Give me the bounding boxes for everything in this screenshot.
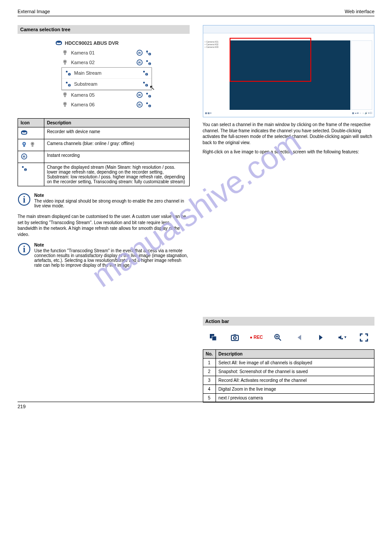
- page-footer: 219: [18, 402, 374, 409]
- svg-rect-62: [212, 336, 216, 341]
- cell-desc: Instant recording: [44, 151, 190, 163]
- note-title: Note: [34, 243, 190, 247]
- page-header: External Image Web interface: [18, 9, 374, 16]
- tree-item-label: Kamera 01: [71, 50, 133, 55]
- select-all-icon[interactable]: [209, 333, 218, 342]
- info-icon: i: [18, 243, 31, 256]
- tree-item[interactable]: Kamera 06 R 2: [61, 100, 152, 109]
- svg-text:i: i: [23, 244, 25, 254]
- tree-item[interactable]: Kamera 02 R 2: [61, 58, 152, 67]
- stream-switch-icon[interactable]: 2: [142, 80, 149, 87]
- rec-icon[interactable]: R: [136, 101, 143, 108]
- stream-switch-icon[interactable]: 2: [145, 49, 152, 56]
- svg-text:2: 2: [149, 95, 150, 98]
- th-desc: Description: [44, 119, 190, 127]
- cursor-icon: ↖: [149, 83, 155, 92]
- stream-option-sub[interactable]: 2 Substream 2 ↖: [62, 79, 151, 90]
- svg-text:2: 2: [146, 73, 147, 76]
- table-row: 3Record All: Activates recording of the …: [203, 376, 374, 385]
- svg-point-45: [22, 131, 27, 133]
- svg-text:R: R: [138, 51, 141, 55]
- hdr-left: External Image: [18, 9, 50, 14]
- paragraph: You can select a channel in the main win…: [203, 122, 375, 145]
- rec-icon[interactable]: R: [136, 91, 143, 98]
- cell-desc: Recorder with device name: [44, 127, 190, 139]
- camera-icon-off: [29, 141, 36, 148]
- stream-switch-icon[interactable]: 2: [145, 91, 152, 98]
- info-icon: i: [18, 193, 31, 206]
- svg-point-2: [64, 51, 65, 53]
- tree-root[interactable]: HDCC90021 ABUS DVR: [55, 38, 152, 48]
- rec-icon[interactable]: R: [136, 49, 143, 56]
- svg-point-30: [64, 94, 65, 95]
- svg-point-42: [146, 102, 148, 104]
- table-row: 2Snapshot: Screenshot of the channel is …: [203, 367, 374, 376]
- action-desc-table: No. Description 1Select All: live image …: [203, 349, 375, 403]
- camera-icon: [21, 141, 28, 148]
- cell-desc: Snapshot: Screenshot of the channel is s…: [216, 367, 374, 376]
- stream-switch-icon[interactable]: 2: [145, 101, 152, 108]
- cell-no: 1: [203, 358, 216, 367]
- svg-text:2: 2: [146, 84, 147, 87]
- thumb-ptz: [351, 40, 372, 110]
- stream-switch-icon[interactable]: 2: [145, 59, 152, 66]
- recorder-icon: [21, 129, 28, 136]
- icon-desc-table: Icon Description Recorder with device na…: [18, 118, 190, 186]
- cell-desc: Select All: live image of all channels i…: [216, 358, 374, 367]
- tree-item-label: Kamera 06: [71, 102, 133, 107]
- tree-item[interactable]: Kamera 05 R 2: [61, 90, 152, 100]
- cell-no: 5: [203, 393, 216, 402]
- cell-desc: Change the displayed stream (Main Steam:…: [44, 163, 190, 186]
- camera-icon: [61, 59, 68, 66]
- audio-icon[interactable]: ▼: [338, 333, 347, 342]
- table-row: 1Select All: live image of all channels …: [203, 358, 374, 367]
- svg-point-50: [32, 143, 33, 145]
- note-block: i NoteUse the function "Transcoding Stre…: [18, 243, 190, 268]
- note-body: Use the function "Transcoding Stream" in…: [34, 248, 188, 268]
- rec-icon[interactable]: R: [136, 59, 143, 66]
- stream-option-label: Main Stream: [74, 70, 139, 76]
- stream-option-label: Substream: [74, 81, 139, 87]
- svg-text:1: 1: [68, 73, 70, 76]
- svg-point-6: [146, 51, 148, 52]
- svg-point-23: [66, 82, 68, 83]
- svg-rect-11: [64, 63, 66, 65]
- svg-point-70: [341, 338, 343, 340]
- svg-rect-65: [234, 334, 236, 336]
- tree-item-label: Kamera 05: [71, 92, 133, 98]
- svg-rect-3: [64, 54, 66, 55]
- fullscreen-icon[interactable]: [359, 333, 369, 342]
- svg-text:R: R: [23, 155, 25, 159]
- svg-text:R: R: [138, 103, 141, 107]
- prev-icon[interactable]: [295, 333, 304, 342]
- cell-desc: Record All: Activates recording of the c…: [216, 376, 374, 385]
- table-row: 1 Change the displayed stream (Main Stea…: [18, 163, 190, 186]
- th-no: No.: [203, 349, 216, 358]
- thumb-titlebar: [203, 25, 374, 33]
- table-row: 4Digital Zoom in the live image: [203, 385, 374, 393]
- next-icon[interactable]: [316, 333, 326, 342]
- tree-root-label: HDCC90021 ABUS DVR: [65, 40, 152, 46]
- svg-text:2: 2: [68, 84, 70, 87]
- sub-stream-icon: 2: [65, 80, 72, 87]
- svg-point-54: [22, 166, 24, 168]
- camera-icon: [61, 49, 68, 56]
- stream-switch-icon: 1: [21, 165, 28, 172]
- table-row: 5next / previous camera: [203, 393, 374, 402]
- camera-tree: HDCC90021 ABUS DVR Kamera 01 R 2 Kamera …: [55, 38, 152, 109]
- zoom-icon[interactable]: [273, 333, 283, 342]
- svg-text:i: i: [23, 195, 25, 204]
- svg-text:2: 2: [149, 105, 150, 107]
- cell-no: 4: [203, 385, 216, 393]
- tree-item[interactable]: Kamera 01 R 2: [61, 48, 152, 58]
- stream-switch-icon[interactable]: 2: [142, 69, 149, 76]
- camera-icon: [61, 101, 68, 108]
- table-row: Camera channels (blue: online / gray: of…: [18, 139, 190, 151]
- cell-no: 2: [203, 367, 216, 376]
- cell-desc: next / previous camera: [216, 393, 374, 402]
- svg-rect-63: [231, 335, 238, 341]
- record-icon[interactable]: ● REC: [252, 333, 261, 342]
- snapshot-icon[interactable]: [230, 333, 240, 342]
- svg-point-34: [146, 93, 148, 94]
- stream-option-main[interactable]: 1 Main Stream 2: [62, 68, 151, 79]
